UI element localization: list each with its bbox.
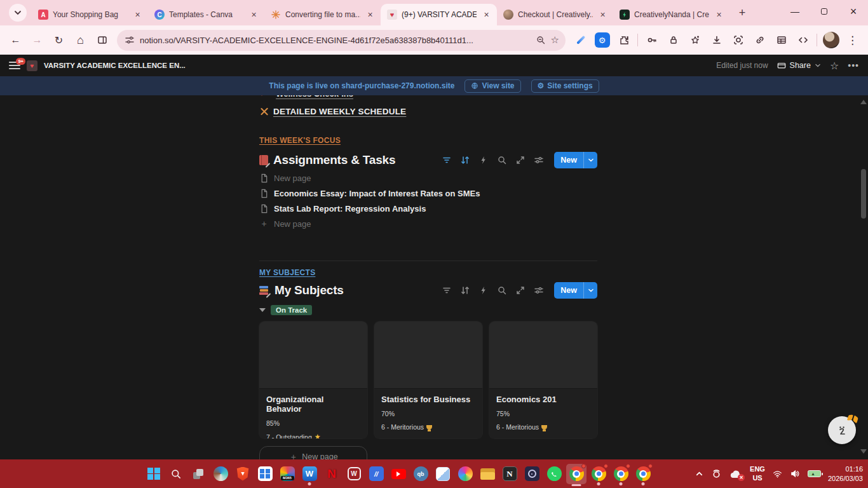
share-button[interactable]: Share <box>777 61 821 70</box>
more-options-icon[interactable]: ••• <box>848 60 859 71</box>
wifi-icon[interactable] <box>772 469 783 478</box>
windows-start-button[interactable] <box>144 464 164 484</box>
my-subjects-link[interactable]: MY SUBJECTS <box>259 268 597 277</box>
zoom-icon[interactable] <box>536 35 546 45</box>
new-button[interactable]: New <box>554 282 597 299</box>
sort-icon[interactable] <box>460 285 470 295</box>
tab-checkout[interactable]: Checkout | Creatively... × <box>497 4 613 25</box>
sidebar-menu-icon[interactable]: 9+ <box>9 62 20 69</box>
search-icon[interactable] <box>497 285 507 295</box>
filter-icon[interactable] <box>442 285 452 295</box>
download-icon[interactable] <box>706 30 727 51</box>
search-icon[interactable] <box>497 155 507 165</box>
brave-button[interactable] <box>233 464 253 484</box>
file-explorer-button[interactable] <box>477 464 498 484</box>
expand-icon[interactable] <box>515 285 526 295</box>
extensions-puzzle-icon[interactable] <box>613 30 634 51</box>
side-panel-button[interactable] <box>92 30 112 51</box>
list-item-stats-lab-report[interactable]: Stats Lab Report: Regression Analysis <box>259 201 597 216</box>
chrome-active-button[interactable] <box>566 464 587 484</box>
card-statistics-for-business[interactable]: Statistics for Business 70% 6 - Meritori… <box>374 322 482 438</box>
site-settings-button[interactable]: ⚙ Site settings <box>531 79 599 93</box>
quickbooks-button[interactable]: qb <box>410 464 431 484</box>
notion-ai-face-button[interactable] <box>828 416 856 444</box>
netflix-button[interactable]: N <box>322 464 342 484</box>
sort-icon[interactable] <box>460 155 470 165</box>
tab-close-icon[interactable]: × <box>365 10 376 20</box>
ring-app-icon[interactable] <box>711 468 722 479</box>
page-scrollbar[interactable] <box>859 95 868 459</box>
favorite-star-icon[interactable]: ☆ <box>830 60 839 72</box>
expand-icon[interactable] <box>515 155 526 165</box>
tab-converting-file[interactable]: Converting file to ma... × <box>264 4 381 25</box>
brush-icon[interactable] <box>570 30 591 51</box>
url-text[interactable]: notion.so/VARSITY-ACADEMIC-EXCELLENCE-EN… <box>140 36 531 45</box>
back-button[interactable]: ← <box>5 30 26 51</box>
database-title[interactable]: Assignments & Tasks <box>273 153 395 167</box>
card-organizational-behavior[interactable]: Organizational Behavior 85% 7 - Outstand… <box>259 322 367 438</box>
toggle-triangle-icon[interactable] <box>259 308 266 312</box>
taskbar-search-button[interactable] <box>166 464 186 484</box>
bookmark-star-icon[interactable]: ☆ <box>551 34 559 46</box>
settings-sliders-icon[interactable] <box>534 155 544 165</box>
add-card-button[interactable]: + New page <box>259 446 367 459</box>
filter-icon[interactable] <box>442 155 452 165</box>
new-tab-button[interactable]: + <box>733 4 751 22</box>
address-bar[interactable]: notion.so/VARSITY-ACADEMIC-EXCELLENCE-EN… <box>117 30 566 51</box>
home-button[interactable]: ⌂ <box>70 30 91 51</box>
battery-icon[interactable]: ▲ <box>808 470 821 477</box>
lock-extension-icon[interactable] <box>663 30 684 51</box>
color-wheel-button[interactable] <box>455 464 475 484</box>
link-icon[interactable] <box>749 30 770 51</box>
movies-app-button[interactable] <box>522 464 542 484</box>
star-sparkle-icon[interactable] <box>684 30 705 51</box>
theme-extension-icon[interactable]: ⚙ <box>592 30 613 51</box>
site-info-icon[interactable] <box>125 35 135 45</box>
reload-button[interactable]: ↻ <box>48 30 69 51</box>
onedrive-error-icon[interactable]: ✕ <box>729 469 743 479</box>
whatsapp-button[interactable] <box>544 464 564 484</box>
menu-kebab-icon[interactable]: ⋮ <box>842 30 863 51</box>
chrome-profile-2-button[interactable] <box>588 464 609 484</box>
tab-close-icon[interactable]: × <box>714 10 724 20</box>
speaker-icon[interactable] <box>790 469 801 478</box>
minimize-button[interactable]: — <box>780 0 810 23</box>
m365-button[interactable]: M365 <box>277 464 297 484</box>
microsoft-store-button[interactable] <box>255 464 275 484</box>
add-new-page-row[interactable]: + New page <box>259 216 597 231</box>
youtube-button[interactable] <box>388 464 409 484</box>
clock[interactable]: 01:16 2026/03/03 <box>828 464 863 484</box>
tab-close-icon[interactable]: × <box>597 10 608 20</box>
task-view-button[interactable] <box>188 464 208 484</box>
list-item-new-page[interactable]: New page <box>259 170 597 186</box>
tab-varsity-active[interactable]: ♥ (9+) VARSITY ACADE... × <box>381 4 497 25</box>
language-indicator[interactable]: ENG US <box>750 465 765 482</box>
edge-profile-button[interactable] <box>210 464 231 484</box>
new-dropdown-chevron[interactable] <box>583 282 597 299</box>
tab-search-button[interactable] <box>9 4 27 22</box>
tab-close-icon[interactable]: × <box>132 10 143 20</box>
table-extension-icon[interactable] <box>771 30 792 51</box>
password-key-icon[interactable] <box>641 30 662 51</box>
close-button[interactable]: × <box>839 0 868 23</box>
wattpad-button[interactable]: W <box>344 464 364 484</box>
view-site-button[interactable]: View site <box>465 79 520 93</box>
maximize-button[interactable] <box>810 0 839 23</box>
scrollbar-thumb[interactable] <box>861 169 866 219</box>
bolt-icon[interactable] <box>478 155 489 165</box>
tab-close-icon[interactable]: × <box>248 10 259 20</box>
scroll-down-arrow[interactable] <box>860 449 867 454</box>
settings-sliders-icon[interactable] <box>534 285 544 295</box>
slashes-app-button[interactable]: // <box>366 464 386 484</box>
notion-app-button[interactable]: N <box>499 464 520 484</box>
tab-canva[interactable]: C Templates - Canva × <box>148 4 264 25</box>
card-economics-201[interactable]: Economics 201 75% 6 - Meritorious <box>489 322 597 438</box>
detailed-weekly-schedule-link[interactable]: DETAILED WEEKLY SCHEDULE <box>259 104 597 118</box>
profile-avatar[interactable] <box>820 30 841 51</box>
tab-creativelynanda[interactable]: CreativelyNanda | Cre... × <box>613 4 729 25</box>
photos-button[interactable] <box>433 464 453 484</box>
chrome-profile-4-button[interactable] <box>633 464 653 484</box>
bolt-icon[interactable] <box>478 285 489 295</box>
lens-icon[interactable] <box>728 30 749 51</box>
page-title-breadcrumb[interactable]: VARSITY ACADEMIC EXCELLENCE EN... <box>44 62 186 69</box>
